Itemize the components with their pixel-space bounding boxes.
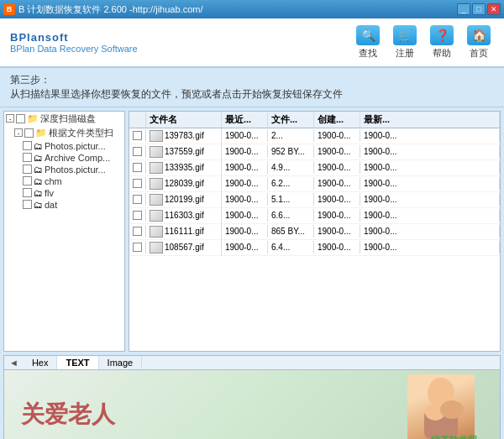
- tree-check-flv[interactable]: [23, 188, 32, 197]
- row-newest: 1900-0...: [360, 193, 500, 206]
- row-checkbox[interactable]: [133, 243, 142, 252]
- tree-item-photos1[interactable]: 🗂 Photos.pictur...: [4, 140, 124, 152]
- row-newest: 1900-0...: [360, 209, 500, 222]
- expand-icon[interactable]: -: [6, 114, 14, 123]
- row-name: 120199.gif: [146, 192, 222, 207]
- row-recent: 1900-0...: [222, 177, 268, 190]
- tree-item-dat[interactable]: 🗂 dat: [4, 199, 124, 211]
- tree-root[interactable]: - 📁 深度扫描磁盘: [4, 112, 124, 126]
- row-newest: 1900-0...: [360, 177, 500, 190]
- tree-check-root[interactable]: [16, 114, 25, 123]
- tree-check-dat[interactable]: [23, 200, 32, 209]
- row-checkbox[interactable]: [133, 195, 142, 204]
- row-create: 1900-0...: [314, 209, 360, 222]
- row-recent: 1900-0...: [222, 145, 268, 158]
- tree-branch[interactable]: - 📁 根据文件类型扫: [4, 126, 124, 140]
- row-name: 116303.gif: [146, 208, 222, 223]
- tree-item-flv[interactable]: 🗂 flv: [4, 187, 124, 199]
- row-name: 108567.gif: [146, 240, 222, 255]
- table-row[interactable]: 139783.gif 1900-0... 2... 1900-0... 1900…: [129, 128, 500, 144]
- row-name: 139783.gif: [146, 128, 222, 144]
- tree-check-archive[interactable]: [23, 153, 32, 162]
- row-file: 952 BY...: [268, 145, 314, 158]
- table-row[interactable]: 116303.gif 1900-0... 6.6... 1900-0... 19…: [129, 208, 500, 224]
- tree-check-branch[interactable]: [24, 128, 34, 138]
- preview-tabs: ◄ Hex TEXT Image: [4, 356, 500, 370]
- tree-label-dat: dat: [45, 200, 57, 210]
- app-icon: B: [3, 3, 15, 15]
- row-name: 128039.gif: [146, 176, 222, 191]
- person-photo: [407, 374, 475, 439]
- prev-arrow-left[interactable]: ◄: [4, 356, 24, 369]
- tree-item-photos2[interactable]: 🗂 Photos.pictur...: [4, 164, 124, 175]
- tree-root-label: 深度扫描磁盘: [40, 112, 96, 125]
- row-create: 1900-0...: [314, 241, 360, 253]
- table-row[interactable]: 108567.gif 1900-0... 6.4... 1900-0... 19…: [129, 240, 500, 256]
- tree-check-photos2[interactable]: [23, 165, 32, 174]
- file-thumb: [150, 210, 163, 222]
- tab-text[interactable]: TEXT: [57, 356, 98, 369]
- nav-help-label: 帮助: [433, 47, 451, 60]
- table-row[interactable]: 133935.gif 1900-0... 4.9... 1900-0... 19…: [129, 160, 500, 176]
- row-file: 6.6...: [268, 209, 314, 222]
- maximize-button[interactable]: □: [472, 3, 486, 15]
- minimize-button[interactable]: _: [457, 3, 470, 15]
- svg-point-3: [440, 400, 464, 419]
- col-header-check: [129, 112, 146, 128]
- help-icon: ❓: [430, 25, 454, 45]
- preview-text-overlay: 关爱老人: [21, 399, 115, 431]
- row-name: 133935.gif: [146, 160, 222, 175]
- row-recent: 1900-0...: [222, 193, 268, 206]
- table-row[interactable]: 137559.gif 1900-0... 952 BY... 1900-0...…: [129, 144, 500, 160]
- tab-image[interactable]: Image: [99, 356, 143, 369]
- close-button[interactable]: ✕: [487, 3, 501, 15]
- tree-item-chm[interactable]: 🗂 chm: [4, 175, 124, 187]
- title-bar: B B 计划数据恢复软件 2.600 -http://jihuab.com/ _…: [0, 0, 504, 18]
- tree-check-chm[interactable]: [23, 176, 32, 186]
- row-name: 116111.gif: [146, 224, 222, 239]
- row-name: 137559.gif: [146, 144, 222, 159]
- table-row[interactable]: 128039.gif 1900-0... 6.2... 1900-0... 19…: [129, 176, 500, 192]
- nav-home[interactable]: 🏠 首页: [464, 25, 494, 60]
- table-row[interactable]: 120199.gif 1900-0... 5.1... 1900-0... 19…: [129, 192, 500, 208]
- search-icon: 🔍: [356, 25, 380, 45]
- tree-item-archive[interactable]: 🗂 Archive Comp...: [4, 152, 124, 164]
- file-thumb: [150, 226, 163, 238]
- row-checkbox[interactable]: [133, 227, 142, 236]
- title-text: B 计划数据恢复软件 2.600 -http://jihuab.com/: [18, 3, 202, 16]
- row-create: 1900-0...: [314, 129, 360, 142]
- row-checkbox[interactable]: [133, 179, 142, 188]
- title-left: B B 计划数据恢复软件 2.600 -http://jihuab.com/: [3, 3, 202, 16]
- window-controls[interactable]: _ □ ✕: [457, 3, 501, 15]
- nav-register[interactable]: 🛒 注册: [390, 25, 420, 60]
- folder-icon-archive: 🗂: [34, 153, 43, 163]
- file-thumb: [150, 178, 163, 190]
- tree-label-archive: Archive Comp...: [45, 153, 110, 163]
- row-checkbox[interactable]: [133, 147, 142, 156]
- row-checkbox[interactable]: [133, 163, 142, 172]
- main-content: - 📁 深度扫描磁盘 - 📁 根据文件类型扫 🗂 Photos.pictur..…: [0, 107, 504, 355]
- person-silhouette: [412, 374, 470, 439]
- tab-hex[interactable]: Hex: [24, 356, 58, 369]
- step-info: 第三步： 从扫描结果里选择你想要恢复的文件，预览或者点击开始恢复按钮保存文件: [0, 68, 504, 107]
- expand-icon-branch[interactable]: -: [14, 128, 23, 137]
- brand-subtitle: BPlan Data Recovery Software: [10, 44, 138, 54]
- tree-label-photos2: Photos.pictur...: [45, 165, 106, 175]
- file-tree[interactable]: - 📁 深度扫描磁盘 - 📁 根据文件类型扫 🗂 Photos.pictur..…: [3, 111, 125, 352]
- preview-content: 关爱老人 绿茶软件园 www.33LC.com: [4, 370, 500, 439]
- tree-label-photos1: Photos.pictur...: [45, 141, 106, 151]
- nav-search[interactable]: 🔍 查找: [353, 25, 383, 60]
- tree-check-photos1[interactable]: [23, 141, 32, 150]
- row-file: 4.9...: [268, 161, 314, 174]
- table-row[interactable]: 116111.gif 1900-0... 865 BY... 1900-0...…: [129, 224, 500, 240]
- row-checkbox[interactable]: [133, 131, 142, 140]
- brand-name: BPlansoft: [10, 31, 138, 44]
- row-file: 865 BY...: [268, 225, 314, 238]
- tree-label-flv: flv: [45, 188, 54, 198]
- row-checkbox[interactable]: [133, 211, 142, 220]
- file-thumb: [150, 242, 163, 253]
- file-thumb: [150, 130, 163, 142]
- col-header-file: 文件...: [268, 112, 314, 128]
- nav-help[interactable]: ❓ 帮助: [427, 25, 457, 60]
- folder-icon: 📁: [27, 113, 39, 124]
